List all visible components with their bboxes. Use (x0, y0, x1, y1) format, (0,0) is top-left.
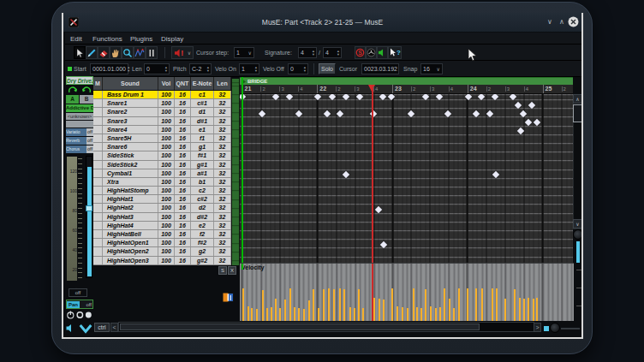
note-diamond[interactable] (343, 94, 349, 100)
chorus-knob-row[interactable]: Chorusoff (66, 145, 93, 153)
note-diamond[interactable] (356, 94, 363, 100)
velocity-bar[interactable] (266, 308, 268, 321)
velocity-bar[interactable] (289, 288, 291, 321)
velocity-bar[interactable] (467, 288, 468, 321)
column-header-e-note[interactable]: E-Note (191, 77, 214, 90)
menu-edit[interactable]: Edit (70, 33, 82, 45)
velocity-bar[interactable] (523, 299, 525, 321)
close-button[interactable] (568, 16, 579, 27)
velocity-bar[interactable] (362, 308, 364, 321)
note-diamond[interactable] (259, 110, 265, 117)
drum-row-highhat3[interactable]: HighHat310016d#232 (93, 213, 231, 222)
start-spinbox[interactable]: 0001.01.000▴▾ (90, 63, 128, 74)
drum-row-bass-drum-1[interactable]: Bass Drum 110016c132 (93, 91, 231, 99)
velocity-bar[interactable] (481, 288, 483, 321)
panic-button[interactable] (366, 46, 377, 59)
record-ring-icon[interactable] (75, 310, 85, 320)
velocity-bar[interactable] (492, 288, 493, 321)
spin-arrows-icon[interactable]: ▴▾ (337, 50, 339, 55)
menu-functions[interactable]: Functions (92, 33, 122, 45)
note-diamond[interactable] (436, 94, 443, 100)
velocity-bar[interactable] (439, 307, 441, 321)
velo-on-spinbox[interactable]: 1▴▾ (239, 63, 259, 74)
snap-combo[interactable]: 16∨ (420, 63, 443, 74)
mute-dot-icon[interactable] (84, 310, 93, 320)
velocity-bar[interactable] (536, 298, 538, 321)
vertical-zoom-indicator[interactable] (576, 241, 580, 263)
pan-row[interactable]: Pan off (66, 300, 93, 309)
drum-row-highhatopen3[interactable]: HighHatOpen310016g#232 (93, 257, 231, 265)
velocity-bar[interactable] (413, 288, 414, 321)
reverb-knob-row[interactable]: Reverboff (66, 137, 93, 145)
horizontal-scrollbar-thumb[interactable] (120, 323, 480, 330)
column-header-vol[interactable]: Vol (158, 77, 175, 90)
velocity-bar[interactable] (528, 298, 529, 321)
spin-arrows-icon[interactable]: ▴▾ (313, 50, 314, 55)
note-diamond[interactable] (478, 94, 485, 100)
note-diamond[interactable] (492, 94, 498, 100)
note-diamond[interactable] (272, 94, 279, 100)
bank-name-box[interactable]: <unknown> (66, 113, 93, 120)
velocity-bar[interactable] (402, 307, 403, 321)
velocity-bar[interactable] (416, 307, 418, 321)
note-diamond[interactable] (295, 110, 302, 117)
column-header-qnt[interactable]: QNT (175, 77, 191, 90)
drum-row-highhatopen1[interactable]: HighHatOpen110016f#232 (93, 239, 231, 247)
velocity-bar[interactable] (308, 300, 310, 321)
column-header-len[interactable]: Len (214, 77, 231, 90)
variation-knob-row[interactable]: Variatiooff (66, 128, 93, 136)
drum-row-sidestick[interactable]: SideStick10016f#132 (93, 151, 231, 160)
drum-row-highhatbell[interactable]: HighHatBell10016f232 (93, 230, 231, 239)
velocity-bar[interactable] (373, 298, 375, 321)
spin-arrows-icon[interactable]: ▴▾ (304, 66, 306, 71)
note-diamond[interactable] (379, 94, 386, 100)
velocity-bar[interactable] (242, 288, 244, 321)
spin-arrows-icon[interactable]: ▴▾ (128, 66, 129, 71)
velocity-bar[interactable] (256, 309, 258, 321)
spin-arrows-icon[interactable]: ▴▾ (165, 66, 167, 71)
velocity-solo-button[interactable]: S (218, 266, 227, 275)
drum-row-highhatstomp[interactable]: HighHatStomp10016c232 (93, 187, 231, 195)
track-name-box[interactable]: Dry Drive2 (66, 76, 93, 85)
crosshair-tool-button[interactable] (146, 46, 158, 59)
shade-button[interactable]: ∨ (545, 17, 555, 27)
draw-func-tool-button[interactable] (134, 46, 146, 59)
velocity-bar[interactable] (420, 308, 422, 321)
patch-name-box[interactable]: Addictive D (66, 104, 93, 112)
bank-a-button[interactable]: A (66, 95, 79, 104)
scroll-down-button[interactable]: ∨ (573, 219, 582, 228)
redo-arrow-icon[interactable] (81, 86, 92, 94)
len-spinbox[interactable]: 0▴▾ (144, 63, 170, 74)
step-record-combo-button[interactable]: ! ∨ (171, 46, 194, 59)
note-diamond[interactable] (343, 171, 349, 178)
velocity-bar[interactable] (533, 299, 534, 321)
velocity-bar[interactable] (391, 288, 393, 321)
velo-off-spinbox[interactable]: 0▴▾ (288, 63, 308, 74)
column-header-m[interactable]: M (93, 77, 103, 90)
velocity-bar[interactable] (449, 299, 450, 321)
velocity-bar[interactable] (354, 308, 355, 321)
pitch-spinbox[interactable]: C-2▴▾ (189, 63, 212, 74)
note-diamond[interactable] (408, 110, 414, 117)
fader-handle[interactable] (86, 205, 92, 211)
note-diamond[interactable] (329, 94, 336, 100)
column-header-sound[interactable]: Sound (103, 77, 158, 90)
drum-row-snare4[interactable]: Snare410016e132 (93, 126, 231, 134)
speaker-events-button[interactable]: S (355, 46, 366, 59)
pencil-tool-button[interactable] (86, 46, 98, 59)
velocity-bar[interactable] (444, 288, 445, 321)
timeline-ruler[interactable]: 21234222342323424234252 (240, 85, 573, 94)
velocity-bar[interactable] (343, 289, 345, 321)
solo-button[interactable]: Solo (319, 63, 336, 74)
note-diamond[interactable] (517, 128, 524, 134)
controller-select-icon[interactable] (223, 293, 234, 302)
velocity-bar[interactable] (358, 289, 360, 321)
eraser-tool-button[interactable] (98, 46, 110, 59)
note-diamond[interactable] (375, 206, 382, 213)
pan-tool-button[interactable] (110, 46, 122, 59)
note-diamond[interactable] (486, 110, 493, 117)
hscroll-left-button[interactable]: < (110, 323, 118, 332)
note-diamond[interactable] (314, 94, 321, 100)
velocity-bar[interactable] (475, 288, 477, 321)
note-diamond[interactable] (473, 110, 480, 117)
